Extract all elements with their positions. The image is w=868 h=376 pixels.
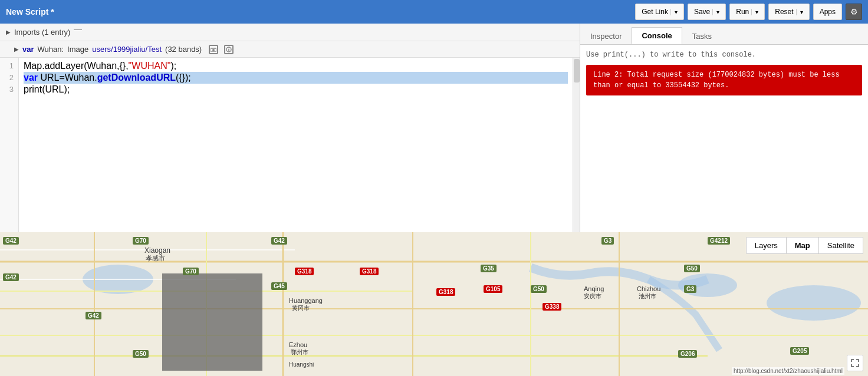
settings-button[interactable]: ⚙	[846, 4, 862, 20]
road-badge-g35: G35	[481, 265, 497, 272]
image-type: Image	[67, 45, 88, 54]
run-label: Run	[736, 8, 749, 16]
map-controls: Layers Map Satellite	[746, 237, 863, 254]
road-badge-g3b: G3	[684, 285, 696, 293]
map-area[interactable]: Xiaogan 孝感市 Huanggang 黄冈市 Ezhou 鄂州市 Huan…	[0, 232, 868, 376]
gear-icon: ⚙	[850, 7, 858, 17]
road-badge-g50c: G50	[684, 265, 700, 272]
image-triangle-icon: ▶	[14, 46, 19, 52]
tab-console[interactable]: Console	[632, 27, 682, 44]
wuhan-label: Wuhan:	[38, 45, 64, 54]
imports-triangle-icon: ▶	[6, 29, 11, 35]
console-hint: Use print(...) to write to this console.	[586, 51, 862, 59]
svg-text:孝感市: 孝感市	[146, 255, 165, 262]
save-button[interactable]: Save ▾	[688, 4, 726, 20]
road-badge-g42a: G42	[271, 237, 287, 245]
svg-point-1	[212, 49, 215, 51]
road-badge-g4212: G4212	[708, 237, 730, 245]
svg-text:Huanggang: Huanggang	[289, 297, 323, 304]
svg-text:Anqing: Anqing	[584, 285, 604, 292]
fullscreen-button[interactable]	[847, 355, 863, 371]
code-line-3: print(URL);	[24, 84, 568, 95]
road-badge-g318c: G318	[436, 288, 455, 296]
road-badge-g42c: G42	[3, 273, 19, 281]
console-error: Line 2: Total request size (1770024832 b…	[586, 65, 862, 95]
map-background: Xiaogan 孝感市 Huanggang 黄冈市 Ezhou 鄂州市 Huan…	[0, 232, 868, 376]
get-link-button[interactable]: Get Link ▾	[635, 4, 684, 20]
road-badge-g42d: G42	[86, 312, 101, 319]
layers-button[interactable]: Layers	[746, 237, 787, 254]
camera-icon[interactable]	[209, 45, 218, 54]
script-title: New Script *	[6, 7, 632, 17]
road-badge-g318b: G318	[360, 268, 379, 275]
road-badge-g70b: G70	[183, 268, 199, 275]
editor-scrollbar-thumb[interactable]	[574, 59, 580, 83]
road-badge-g50a: G50	[133, 350, 149, 358]
code-line-2: var URL=Wuhan.getDownloadURL({});	[24, 72, 568, 84]
road-badge-g205: G205	[790, 347, 809, 355]
svg-text:黄冈市: 黄冈市	[292, 305, 310, 311]
image-bands: (32 bands)	[165, 45, 202, 54]
var-keyword: var	[22, 45, 34, 54]
code-line-1: Map.addLayer(Wuhan,{},"WUHAN");	[24, 60, 568, 72]
map-view-button[interactable]: Map	[787, 238, 818, 253]
toolbar: New Script * Get Link ▾ Save ▾ Run ▾ Res…	[0, 0, 868, 24]
road-badge-g105: G105	[484, 285, 502, 293]
imports-bar: ▶ Imports (1 entry)	[0, 24, 580, 41]
road-badge-g50b: G50	[531, 285, 547, 293]
svg-point-4	[228, 47, 229, 48]
road-badge-g318a: G318	[295, 268, 314, 275]
get-link-label: Get Link	[642, 8, 668, 16]
svg-text:鄂州市: 鄂州市	[291, 349, 308, 355]
reset-dropdown-icon[interactable]: ▾	[796, 9, 803, 15]
svg-text:Huangshi: Huangshi	[289, 361, 314, 368]
apps-label: Apps	[820, 8, 836, 16]
reset-button[interactable]: Reset ▾	[768, 4, 809, 20]
road-badge-g42b: G42	[3, 237, 19, 245]
svg-text:池州市: 池州市	[639, 293, 656, 299]
run-dropdown-icon[interactable]: ▾	[751, 9, 758, 15]
reset-label: Reset	[775, 8, 793, 16]
get-link-dropdown-icon[interactable]: ▾	[670, 9, 678, 15]
save-label: Save	[694, 8, 710, 16]
road-badge-g45: G45	[271, 282, 287, 290]
fullscreen-icon	[851, 359, 859, 367]
map-copyright: http://blog.csdn.net/xt2/zhaoushijialiu.…	[732, 367, 844, 375]
imports-list-icon	[74, 29, 82, 35]
satellite-view-button[interactable]: Satellite	[818, 238, 863, 253]
image-import-line: ▶ var Wuhan: Image users/1999jialiu/Test…	[0, 41, 580, 58]
svg-point-7	[767, 285, 861, 321]
imports-label: Imports (1 entry)	[14, 28, 70, 37]
console-tabs: Inspector Console Tasks	[580, 24, 868, 45]
svg-text:安庆市: 安庆市	[584, 293, 601, 299]
wuhan-layer	[162, 273, 262, 371]
svg-rect-5	[0, 232, 868, 376]
image-path-link[interactable]: users/1999jialiu/Test	[92, 45, 162, 54]
run-button[interactable]: Run ▾	[729, 4, 765, 20]
tab-tasks[interactable]: Tasks	[682, 28, 722, 44]
road-badge-g3: G3	[601, 237, 614, 245]
road-badge-g338: G338	[542, 303, 561, 311]
svg-text:Chizhou: Chizhou	[637, 285, 660, 292]
svg-text:Xiaogan: Xiaogan	[144, 246, 170, 255]
road-badge-g70a: G70	[133, 237, 149, 245]
tab-inspector[interactable]: Inspector	[580, 28, 632, 44]
save-dropdown-icon[interactable]: ▾	[712, 9, 719, 15]
road-badge-g206: G206	[678, 350, 697, 358]
svg-text:Ezhou: Ezhou	[289, 341, 307, 348]
info-icon[interactable]	[224, 45, 234, 54]
apps-button[interactable]: Apps	[813, 4, 842, 20]
